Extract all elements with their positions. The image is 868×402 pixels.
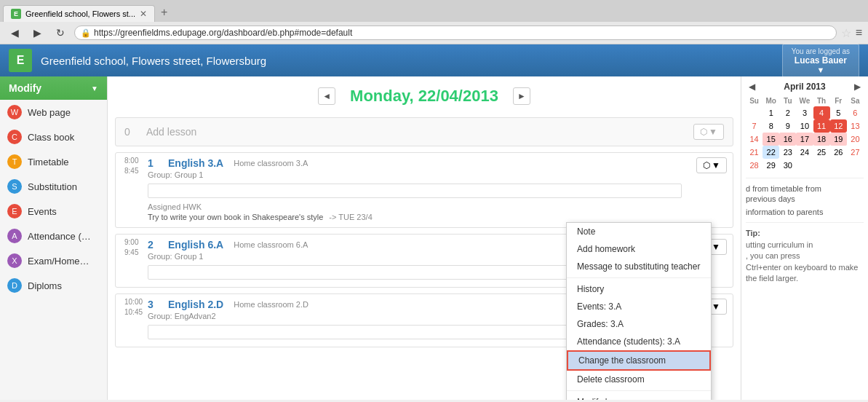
- sidebar-item-diploms[interactable]: D Diploms: [0, 273, 107, 298]
- context-menu-attendance[interactable]: Attendance (students): 3.A: [567, 333, 711, 350]
- cal-day-12[interactable]: 12: [830, 119, 847, 133]
- cal-day-26[interactable]: 26: [830, 146, 847, 159]
- cal-day-empty3: [813, 159, 830, 172]
- cal-day-3[interactable]: 3: [796, 106, 813, 119]
- context-menu-grades[interactable]: Grades: 3.A: [567, 315, 711, 333]
- lesson-1-action-icon: ⬡: [703, 160, 710, 170]
- context-menu-add-homework[interactable]: Add homework: [567, 240, 711, 258]
- next-day-button[interactable]: ►: [513, 87, 530, 105]
- sidebar-item-classbook[interactable]: C Class book: [0, 125, 107, 149]
- lesson-1-time: 8:00 8:45: [116, 153, 148, 179]
- calendar-prev-button[interactable]: ◀: [746, 81, 758, 92]
- user-info-panel[interactable]: You are logged as Lucas Bauer ▼: [782, 44, 859, 78]
- lesson-1-input[interactable]: [148, 184, 682, 198]
- cal-day-29[interactable]: 29: [763, 159, 779, 172]
- cal-day-13[interactable]: 13: [847, 119, 864, 133]
- cal-day-empty: [746, 106, 763, 119]
- cal-day-15[interactable]: 15: [763, 133, 779, 146]
- new-tab-button[interactable]: +: [155, 3, 173, 22]
- cal-week-5: 28 29 30: [746, 159, 864, 172]
- prev-day-button[interactable]: ◄: [318, 87, 335, 105]
- cal-day-8[interactable]: 8: [763, 119, 779, 133]
- lesson-1-dropdown-icon: ▼: [712, 160, 720, 170]
- lesson-1-number: 1: [148, 157, 162, 169]
- modify-button[interactable]: Modify ▼: [0, 76, 107, 100]
- cal-day-20[interactable]: 20: [847, 133, 864, 146]
- browser-menu-icon[interactable]: ≡: [856, 26, 862, 39]
- cal-week-4: 21 22 23 24 25 26 27: [746, 146, 864, 159]
- cal-week-1: 1 2 3 4 5 6: [746, 106, 864, 119]
- bookmark-icon[interactable]: ☆: [841, 26, 851, 40]
- tab-bar: E Greenfield school, Flowers st... ✕ +: [0, 0, 868, 22]
- context-menu-events[interactable]: Events: 3.A: [567, 298, 711, 315]
- lesson-1-time-start: 8:00: [124, 156, 145, 166]
- cal-day-14[interactable]: 14: [746, 133, 763, 146]
- cal-day-27[interactable]: 27: [847, 146, 864, 159]
- cal-day-30[interactable]: 30: [779, 159, 796, 172]
- cal-day-21[interactable]: 21: [746, 146, 763, 159]
- cal-day-24[interactable]: 24: [796, 146, 813, 159]
- app-header: E Greenfield school, Flowers street, Flo…: [0, 44, 868, 76]
- cal-week-3: 14 15 16 17 18 19 20: [746, 133, 864, 146]
- lesson-2-time: 9:00 9:45: [116, 234, 148, 261]
- sidebar-item-exam[interactable]: X Exam/Home…: [0, 248, 107, 273]
- back-button[interactable]: ◀: [6, 25, 24, 41]
- lesson-card-1: 8:00 8:45 1 English 3.A Home classroom 3…: [115, 152, 733, 228]
- cal-day-empty4: [830, 159, 847, 172]
- cal-day-19[interactable]: 19: [830, 133, 847, 146]
- logged-as-label: You are logged as: [792, 47, 850, 55]
- context-menu-message-substituting[interactable]: Message to substituting teacher: [567, 258, 711, 275]
- cal-day-25[interactable]: 25: [813, 146, 830, 159]
- cal-day-9[interactable]: 9: [779, 119, 796, 133]
- cal-day-17[interactable]: 17: [796, 133, 813, 146]
- context-menu-modify-lesson[interactable]: Modify lesson: [567, 393, 711, 400]
- calendar-next-button[interactable]: ▶: [851, 81, 864, 92]
- context-menu-note[interactable]: Note: [567, 223, 711, 240]
- cal-day-22[interactable]: 22: [763, 146, 779, 159]
- sidebar-item-substitution[interactable]: S Substitution: [0, 174, 107, 199]
- lesson-1-hwk-label: Assigned HWK: [148, 202, 682, 211]
- tab-close-button[interactable]: ✕: [140, 9, 147, 19]
- cal-day-10[interactable]: 10: [796, 119, 813, 133]
- sidebar-item-attendance[interactable]: A Attendance (…: [0, 224, 107, 248]
- attendance-icon: A: [7, 229, 22, 243]
- cal-day-23[interactable]: 23: [779, 146, 796, 159]
- cal-day-18[interactable]: 18: [813, 133, 830, 146]
- user-dropdown-icon: ▼: [816, 66, 824, 74]
- cal-dow-su: Su: [746, 95, 763, 106]
- sidebar-item-events[interactable]: E Events: [0, 199, 107, 224]
- cal-day-16[interactable]: 16: [779, 133, 796, 146]
- cal-day-4[interactable]: 4: [813, 106, 830, 119]
- context-menu-delete-classroom[interactable]: Delete classroom: [567, 371, 711, 388]
- cal-dow-th: Th: [813, 95, 830, 106]
- cal-day-6[interactable]: 6: [847, 106, 864, 119]
- cal-day-28[interactable]: 28: [746, 159, 763, 172]
- calendar-header: ◀ April 2013 ▶: [746, 81, 864, 92]
- browser-chrome: E Greenfield school, Flowers st... ✕ + ◀…: [0, 0, 868, 44]
- lesson-1-action-button[interactable]: ⬡ ▼: [696, 157, 727, 173]
- lesson-1-hwk-due: -> TUE 23/4: [329, 213, 372, 221]
- events-icon: E: [7, 204, 22, 218]
- context-menu: Note Add homework Message to substitutin…: [566, 222, 712, 400]
- cal-day-11[interactable]: 11: [813, 119, 830, 133]
- calendar: ◀ April 2013 ▶ Su Mo Tu We Th Fr Sa: [746, 81, 864, 172]
- browser-tab[interactable]: E Greenfield school, Flowers st... ✕: [3, 5, 155, 22]
- sidebar-item-timetable[interactable]: T Timetable: [0, 149, 107, 174]
- sidebar-item-webpage-label: Web page: [28, 107, 71, 118]
- username-label: Lucas Bauer: [792, 55, 850, 66]
- context-menu-history[interactable]: History: [567, 280, 711, 298]
- exam-icon: X: [7, 253, 22, 268]
- sidebar-item-webpage[interactable]: W Web page: [0, 100, 107, 125]
- forward-button[interactable]: ▶: [28, 25, 47, 41]
- diploms-icon: D: [7, 278, 22, 293]
- cal-day-2[interactable]: 2: [779, 106, 796, 119]
- add-lesson-action-button[interactable]: ⬡ ▼: [693, 124, 724, 140]
- cal-day-7[interactable]: 7: [746, 119, 763, 133]
- refresh-button[interactable]: ↻: [51, 25, 70, 41]
- context-menu-change-classroom[interactable]: Change the classroom: [567, 350, 711, 371]
- lock-icon: 🔒: [81, 28, 91, 38]
- lesson-1-group: Group: Group 1: [148, 170, 690, 182]
- cal-day-5[interactable]: 5: [830, 106, 847, 119]
- cal-day-1[interactable]: 1: [763, 106, 779, 119]
- address-bar[interactable]: 🔒 https://greenfieldms.edupage.org/dashb…: [74, 25, 837, 40]
